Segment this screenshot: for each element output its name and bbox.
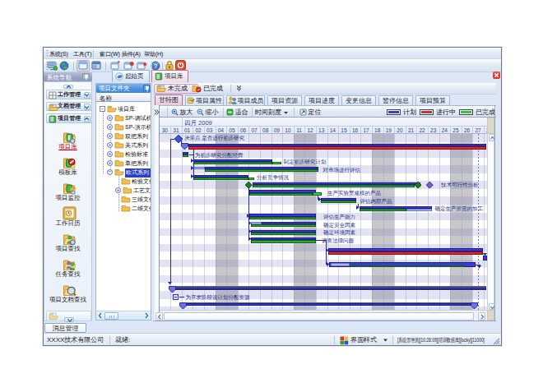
gantt-bar-blue[interactable]	[186, 303, 474, 306]
gantt-tool-缩小[interactable]: 缩小	[197, 108, 219, 117]
gantt-bar-green[interactable]	[193, 178, 248, 180]
gantt-hscrollbar[interactable]	[160, 310, 488, 321]
view-tab-项目预算[interactable]: 项目预算	[415, 95, 450, 106]
gantt-bar-green[interactable]	[360, 209, 407, 211]
menu-item-5[interactable]: 帮助(H)	[142, 49, 165, 58]
gantt-bar-green[interactable]	[253, 185, 415, 187]
gantt-tool-定位[interactable]: 定位	[299, 108, 322, 117]
gantt-bar-green[interactable]	[251, 233, 316, 235]
sidebar-group-2[interactable]: 文档管理	[46, 102, 92, 112]
gantt-bar-light[interactable]	[406, 209, 432, 211]
tree-item-美式系列[interactable]: +美式系列	[96, 141, 151, 149]
sidebar-item-5[interactable]: 项目查找	[44, 245, 91, 253]
scroll-right-button[interactable]	[143, 312, 150, 320]
tree-column-header[interactable]: 名称	[96, 93, 151, 103]
tree-hscrollbar[interactable]	[96, 311, 151, 320]
gantt-bar-green[interactable]	[183, 154, 188, 157]
message-panel-tab[interactable]: 消息管理	[44, 323, 86, 333]
tab-起始页[interactable]: 起始页	[112, 70, 150, 82]
gantt-tool-放大[interactable]: 放大	[171, 108, 193, 117]
expand-icon[interactable]: +	[107, 124, 113, 130]
sidebar-item-4[interactable]: 工作日历	[44, 219, 91, 228]
view-tab-项目进度[interactable]: 项目进度	[304, 95, 339, 106]
expand-icon[interactable]: +	[107, 151, 113, 157]
style-dropdown-arrow[interactable]	[383, 339, 388, 342]
tree-pin-button[interactable]	[143, 85, 150, 91]
expand-icon[interactable]: +	[107, 160, 113, 166]
view-tab-项目资源[interactable]: 项目资源	[267, 95, 302, 106]
sidebar-group-arrow[interactable]	[84, 92, 90, 99]
scroll-left-button[interactable]	[155, 312, 163, 321]
gantt-tool-适合[interactable]: 适合	[226, 108, 248, 117]
gantt-bar-dash[interactable]	[179, 297, 184, 297]
scroll-thumb[interactable]	[164, 312, 474, 321]
tree-item-双把系列[interactable]: +双把系列	[96, 131, 151, 140]
gantt-bar-red[interactable]	[328, 251, 483, 255]
gantt-bar-red[interactable]	[188, 146, 486, 150]
collapse-icon[interactable]: −	[100, 106, 105, 112]
expand-icon[interactable]: +	[107, 142, 113, 148]
gantt-bar-green[interactable]	[249, 193, 313, 196]
sidebar-expand-button[interactable]	[64, 317, 74, 323]
sidebar-item-7[interactable]: 项目文档查找	[44, 296, 91, 304]
scroll-down-button[interactable]	[489, 303, 495, 311]
more-filters-button[interactable]	[236, 85, 243, 92]
tree-item-二维文件[interactable]: 二维文件	[96, 204, 151, 212]
gantt-bar-green[interactable]	[350, 265, 465, 267]
close-tab-button[interactable]	[493, 71, 500, 79]
tree-item-单把系列[interactable]: +单把系列	[96, 159, 151, 167]
sidebar-item-3[interactable]: 项目监控	[44, 194, 91, 202]
sidebar-item-6[interactable]: 任务查找	[44, 270, 91, 279]
menu-item-2[interactable]: 工具(T)	[72, 49, 93, 58]
menu-item-1[interactable]: 系统(S)	[48, 49, 70, 58]
expand-icon[interactable]: +	[115, 187, 121, 193]
gantt-bar-blue[interactable]	[175, 288, 486, 290]
tree-item-工艺文件[interactable]: +工艺文件	[96, 186, 151, 194]
view-tab-项目属性[interactable]: 项目属性	[185, 95, 224, 106]
scroll-right-button[interactable]	[478, 312, 485, 321]
gantt-bar-bgreen[interactable]	[272, 162, 281, 164]
gantt-bar-green[interactable]	[321, 201, 356, 203]
toolbar-button-screen-add[interactable]	[46, 60, 58, 71]
tree-item-SP-调试机系[interactable]: +SP-调试机系	[96, 113, 151, 122]
gantt-bar-light[interactable]	[331, 263, 350, 267]
tree-item-检验标准[interactable]: +检验标准	[96, 150, 151, 158]
sidebar-group-arrow[interactable]	[84, 104, 90, 110]
view-tab-暂停信息[interactable]: 暂停信息	[378, 95, 413, 106]
sidebar-group-1[interactable]: 工作管理	[46, 90, 92, 99]
tree-item-项目库[interactable]: −项目库	[96, 104, 151, 113]
sidebar-collapse-button[interactable]	[63, 85, 73, 89]
toolbar-button-globe[interactable]	[58, 60, 70, 71]
tree-item-检验文件[interactable]: 检验文件	[96, 177, 151, 185]
gantt-bar-green[interactable]	[205, 169, 318, 172]
gantt-bar-light[interactable]	[193, 167, 205, 169]
tree-item-SP-演示机系[interactable]: +SP-演示机系	[96, 122, 151, 131]
sidebar-item-1[interactable]: 项目库	[44, 143, 91, 151]
filter-button-已完成[interactable]: 已完成	[190, 84, 236, 94]
sidebar-pin-button[interactable]	[82, 73, 90, 80]
scroll-thumb[interactable]	[104, 312, 118, 320]
sidebar-item-2[interactable]: 模板库	[44, 168, 91, 177]
gantt-tool-时间刻度[interactable]: 时间刻度	[255, 108, 289, 117]
gantt-bar-green[interactable]	[193, 162, 272, 164]
gantt-bar-bgreen[interactable]	[248, 178, 254, 180]
gantt-bar-green[interactable]	[251, 224, 316, 227]
collapse-icon[interactable]: −	[107, 169, 113, 175]
scroll-left-button[interactable]	[97, 312, 104, 320]
gantt-bar-green[interactable]	[249, 217, 316, 219]
tree-item-三维文件[interactable]: 三维文件	[96, 195, 151, 203]
view-tab-变更信息[interactable]: 变更信息	[341, 95, 376, 106]
sidebar-group-3[interactable]: 项目管理	[46, 113, 92, 123]
scroll-up-button[interactable]	[489, 134, 495, 141]
gantt-bar-green[interactable]	[251, 240, 316, 242]
menu-item-3[interactable]: 窗口(W)	[98, 49, 122, 58]
expand-pane-button[interactable]	[154, 108, 160, 117]
toolbar-button-window-dark[interactable]	[90, 60, 103, 71]
expand-icon[interactable]: +	[107, 133, 113, 139]
gantt-vscrollbar[interactable]	[487, 134, 494, 310]
tree-item-欧式系列[interactable]: −欧式系列	[96, 168, 151, 176]
view-tab-项目成员[interactable]: 项目成员	[226, 95, 265, 106]
view-tab-甘特图[interactable]: 甘特图	[155, 95, 183, 106]
toolbar-button-window-blue[interactable]	[77, 60, 90, 71]
expand-icon[interactable]: +	[107, 115, 113, 121]
